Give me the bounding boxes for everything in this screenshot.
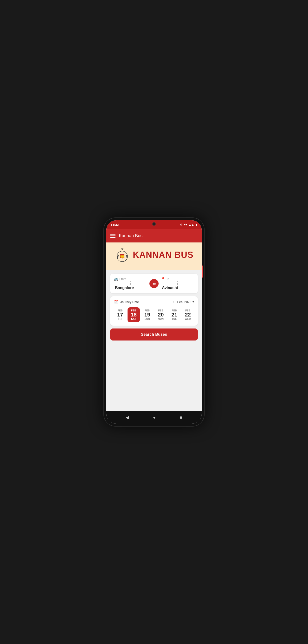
phone-shell: 11:32 ⚙ ▾▾ ▲▲ ▮ Kannan Bus ♛ [103,218,205,426]
date-day-2: 19 [144,312,150,318]
calendar-icon: 📅 [114,300,119,304]
date-item-18[interactable]: FEB 18 SAT [127,307,139,322]
app-title: Kannan Bus [119,233,142,238]
selected-date-display[interactable]: 18 Feb, 2023 ▾ [173,300,194,304]
back-button[interactable]: ◀ [123,413,132,422]
swap-button[interactable]: ⇄ [149,279,159,288]
camera-notch [152,222,156,226]
battery-icon: ▮ [196,223,197,226]
date-item-17[interactable]: FEB 17 FRI [114,307,126,322]
logo-emblem: ♛ KBS [114,247,130,263]
status-time: 11:32 [111,223,119,226]
from-label: 🚌 From [114,277,147,281]
brand-name: KANNAN BUS [133,250,194,260]
svg-text:♛: ♛ [121,248,124,251]
date-picker-row: FEB 17 FRI FEB 18 SAT FEB 19 SUN FEB 20 … [114,307,194,322]
date-item-22[interactable]: FEB 22 WED [182,307,194,322]
route-from: 🚌 From Bangalore [114,277,147,290]
menu-button[interactable] [110,234,115,238]
date-weekday-1: SAT [131,318,136,320]
date-card: 📅 Journey Date 18 Feb, 2023 ▾ FEB 17 FRI… [110,296,198,326]
dots-to [161,282,194,285]
home-button[interactable]: ● [150,414,159,422]
side-button [202,266,203,278]
hero-section: ♛ KBS KANNAN BUS [106,242,202,270]
recents-button[interactable]: ■ [177,414,185,422]
date-day-3: 20 [158,312,164,318]
from-city[interactable]: Bangalore [114,286,147,290]
main-content: 🚌 From Bangalore ⇄ 📍 [106,270,202,411]
date-weekday-3: MON [158,318,164,320]
wifi-icon: ▾▾ [184,223,187,226]
hamburger-line-3 [110,237,115,238]
status-icons: ⚙ ▾▾ ▲▲ ▮ [180,223,197,226]
route-card: 🚌 From Bangalore ⇄ 📍 [110,274,198,294]
date-day-0: 17 [117,312,123,318]
date-day-5: 22 [185,312,191,318]
journey-date-label: 📅 Journey Date [114,300,139,304]
signal-icon: ▲▲ [188,223,194,226]
date-weekday-4: TUE [172,318,177,320]
bus-icon: 🚌 [114,277,118,281]
hamburger-line-2 [110,236,115,236]
to-city[interactable]: Avinashi [161,286,194,290]
date-day-4: 21 [171,312,177,318]
date-weekday-0: FRI [118,318,122,320]
date-header: 📅 Journey Date 18 Feb, 2023 ▾ [114,300,194,304]
settings-icon: ⚙ [180,223,183,226]
date-day-1: 18 [131,312,136,318]
svg-rect-2 [120,254,124,256]
hamburger-line-1 [110,234,115,234]
svg-text:KBS: KBS [120,256,124,258]
date-item-21[interactable]: FEB 21 TUE [168,307,180,322]
top-bar: Kannan Bus [106,229,202,242]
phone-screen: 11:32 ⚙ ▾▾ ▲▲ ▮ Kannan Bus ♛ [106,220,202,424]
date-item-20[interactable]: FEB 20 MON [155,307,167,322]
route-to: 📍 To Avinashi [161,277,194,290]
date-weekday-5: WED [185,318,191,320]
location-icon: 📍 [161,277,165,281]
dots-from [114,282,147,285]
bottom-navigation: ◀ ● ■ [106,411,202,424]
search-buses-button[interactable]: Search Buses [110,328,198,340]
swap-icon: ⇄ [152,282,156,286]
chevron-down-icon: ▾ [193,300,194,304]
date-item-19[interactable]: FEB 19 SUN [141,307,153,322]
date-weekday-2: SUN [145,318,150,320]
to-label: 📍 To [161,277,194,281]
